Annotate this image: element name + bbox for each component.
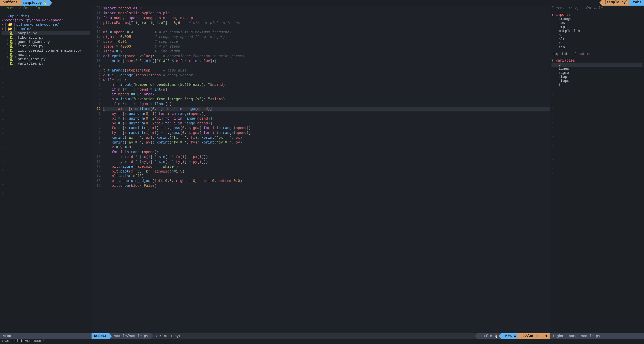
code-line[interactable]: px = [r.uniform(0, 2*pi) for i in range(… (103, 116, 550, 121)
tagbar-section-imports[interactable]: ▼ imports (551, 13, 642, 17)
code-line[interactable] (103, 25, 550, 30)
nerdtree-help: " Press ? for help (2, 6, 90, 10)
code-line[interactable]: t = arange(steps)*step # time axis (103, 68, 550, 73)
tagbar-import-plt[interactable]: plt (551, 37, 642, 41)
top-tab-bar: buffers sample.py 🐍 [sample.py] tabs (0, 0, 644, 6)
code-line[interactable]: ay = [r.uniform(0, 1) for i in range(npe… (103, 111, 550, 116)
code-line[interactable]: sigma = 0.005 # frequency spread (from i… (103, 35, 550, 39)
code-line[interactable]: ax = [r.uniform(0, 1) for i in range(npe… (103, 107, 550, 111)
tree-folder-python-crash-course[interactable]: ▸ [ 📁 ]python-crash-course/ (2, 22, 90, 27)
code-line[interactable]: import random as r (103, 6, 550, 11)
code-line[interactable]: x += d * (ax[i] * sin(t * fx[i] + px[i])… (103, 155, 550, 160)
code-line[interactable]: py = [r.uniform(0, 2*pi) for i in range(… (103, 121, 550, 126)
tagbar-section-variables[interactable]: ▼ variables (551, 59, 642, 63)
status-position: 22/38 ㏑ : 1 (518, 333, 550, 339)
code-line[interactable]: if n != '': npend = int(n) (103, 87, 550, 92)
code-line[interactable]: mf = npend = 4 # # of pendulums & maximu… (103, 30, 550, 35)
editor-panel[interactable]: 2120191817161514131211109876543212212345… (92, 6, 550, 333)
status-bar: NERD NORMAL sample/sample.py xprint < py… (0, 333, 644, 339)
nerdtree-path[interactable]: /home/jarol/python-workspace/ (2, 18, 90, 22)
tree-file-sample-py[interactable]: [ 🐍 ]sample.py (2, 31, 90, 35)
code-line[interactable]: fy = [r.randint(1, mf) + r.gauss(0, sigm… (103, 131, 550, 135)
section-label: imports (556, 13, 571, 17)
tabs-tab-label[interactable]: tabs (630, 0, 644, 6)
linux-icon: 🐧 (494, 334, 499, 338)
python-file-icon: 🐍 (9, 53, 13, 57)
tabline-active[interactable]: [sample.py] (602, 0, 630, 6)
code-line[interactable]: print(name+' '.join(['%.4f' % x for x in… (103, 59, 550, 64)
tagbar-import-pi[interactable]: pi (551, 33, 642, 37)
code-line[interactable]: xprint('ay = ', ay); xprint('fy = ', fy)… (103, 140, 550, 145)
code-line[interactable]: plt.rcParams["figure.figsize"] = 8,6 # s… (103, 21, 550, 25)
code-line[interactable]: x = y = 0 (103, 145, 550, 150)
code-line[interactable]: n = input("Number of pendulums (%d)(0=ex… (103, 82, 550, 87)
tagbar-function-xprint[interactable]: +xprint : function (551, 52, 642, 56)
code-line[interactable]: if n != '': sigma = float(n) (103, 102, 550, 107)
code-line[interactable]: y += d * (ay[i] * sin(t * fy[i] + py[i])… (103, 160, 550, 164)
code-line[interactable]: plt.axis('off') (103, 174, 550, 179)
python-file-icon: 🐍 (9, 61, 13, 66)
active-buffer-tab[interactable]: sample.py 🐍 (20, 0, 50, 6)
code-line[interactable]: plt.figure(facecolor = 'white') (103, 164, 550, 169)
tagbar-import-cos[interactable]: cos (551, 21, 642, 25)
python-file-icon: 🐍 (9, 31, 13, 35)
filename-label: sample.py (18, 31, 37, 35)
code-line[interactable] (103, 64, 550, 68)
code-line[interactable]: def xprint(name, value): # convenience f… (103, 54, 550, 59)
tagbar-import-arange[interactable]: arange (551, 17, 642, 21)
code-area[interactable]: import random as rimport matplotlib.pypl… (103, 6, 550, 333)
tree-file-fibonacci-py[interactable]: [ 🐍 ]fibonacci.py (2, 35, 90, 40)
code-line[interactable]: if npend == 0: break (103, 92, 550, 97)
tagbar-import-r[interactable]: r (551, 41, 642, 45)
tree-file-variables-py[interactable]: [ 🐍 ]variables.py (2, 61, 90, 66)
tagbar-variable-sigma[interactable]: sigma (551, 71, 642, 75)
section-label: variables (556, 59, 575, 63)
code-line[interactable]: plt.subplots_adjust(left=0.0, right=1.0,… (103, 179, 550, 183)
code-line[interactable]: import matplotlib.pyplot as plt (103, 11, 550, 16)
code-line[interactable]: for i in range(npend): (103, 150, 550, 155)
filename-label: print_test.py (18, 57, 46, 61)
filename-label: new.py (18, 53, 31, 57)
command-line[interactable]: :set relativenumber! (0, 339, 644, 344)
code-line[interactable]: step = 0.01 # step size (103, 39, 550, 44)
code-line[interactable]: n = input("Deviation from integer freq.(… (103, 97, 550, 102)
nerdtree-updir[interactable]: .. (up a dir) (2, 14, 90, 18)
tagbar-import-matplotlib[interactable]: matplotlib (551, 29, 642, 33)
tree-file-new-py[interactable]: [ 🐍 ]new.py (2, 53, 90, 57)
code-line[interactable]: steps = 40000 # # of steps (103, 44, 550, 49)
python-icon: 🐍 (43, 1, 47, 5)
folder-open-icon: 📂 (8, 27, 12, 31)
tagbar-variable-step[interactable]: step (551, 75, 642, 79)
nerdtree-status: NERD (0, 333, 92, 339)
status-function: xprint < pyt… (151, 333, 186, 339)
tree-file-list_overall_comprehensions-py[interactable]: [ 🐍 ]list_overall_comprehensions.py (2, 48, 90, 53)
tagbar-import-sin[interactable]: sin (551, 45, 642, 49)
tagbar-variable-steps[interactable]: steps (551, 79, 642, 83)
buffers-tab-label[interactable]: buffers (0, 0, 20, 6)
tree-file-list_ends-py[interactable]: [ 🐍 ]list_ends.py (2, 44, 90, 48)
tree-folder-sample[interactable]: ▾ [ 📂 ]sample/ (2, 27, 90, 31)
code-line[interactable]: xprint('ax = ', ax); xprint('fx = ', fx)… (103, 135, 550, 140)
python-file-icon: 🐍 (9, 44, 13, 48)
tree-file-guessingGame-py[interactable]: [ 🐍 ]guessingGame.py (2, 40, 90, 44)
tagbar-help: " Press <F1>, ? for help (551, 6, 642, 10)
status-filename: sample/sample.py (109, 333, 151, 339)
nerdtree-panel[interactable]: " Press ? for help .. (up a dir) /home/j… (0, 6, 92, 333)
tagbar-variable-d[interactable]: d (551, 63, 642, 67)
code-line[interactable]: from numpy import arange, sin, cos, exp,… (103, 16, 550, 21)
code-line[interactable]: fx = [r.randint(1, mf) + r.gauss(0, sigm… (103, 126, 550, 131)
vim-mode-indicator: NORMAL (92, 333, 109, 339)
tagbar-variable-linew[interactable]: linew (551, 67, 642, 71)
active-buffer-name: sample.py (23, 1, 42, 5)
tree-file-print_test-py[interactable]: [ 🐍 ]print_test.py (2, 57, 90, 61)
folder-name: python-crash-course/ (16, 23, 59, 27)
tagbar-panel[interactable]: " Press <F1>, ? for help ▼ imports arang… (550, 6, 644, 333)
python-file-icon: 🐍 (9, 57, 13, 61)
code-line[interactable]: while True: (103, 78, 550, 83)
code-line[interactable]: linew = 2 # line width (103, 49, 550, 54)
tagbar-import-exp[interactable]: exp (551, 25, 642, 29)
code-line[interactable]: plt.plot(x, y, 'k', linewidth=1.5) (103, 169, 550, 174)
tagbar-variable-t[interactable]: t (551, 83, 642, 87)
code-line[interactable]: d = 1 - arange(steps)/steps # decay vect… (103, 73, 550, 78)
code-line[interactable]: plt.show(block=False) (103, 183, 550, 188)
